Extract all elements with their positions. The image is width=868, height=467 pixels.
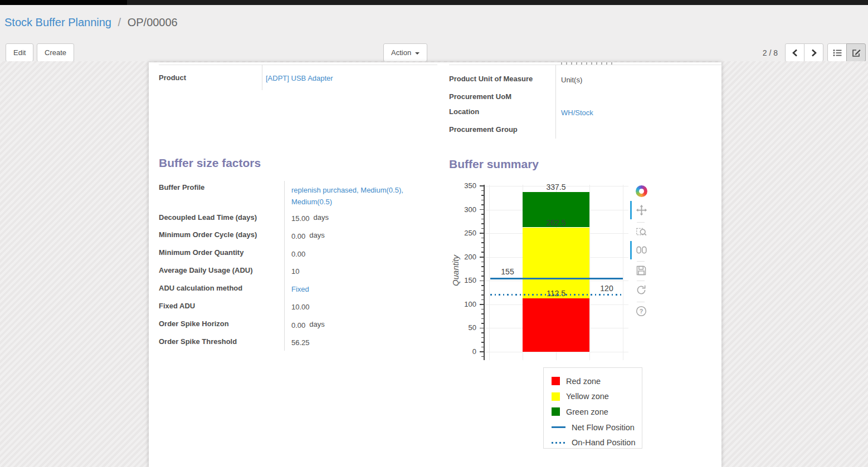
- y-tick-label: 350: [450, 181, 476, 190]
- save-icon: [636, 265, 647, 276]
- y-minor-tick: [481, 219, 484, 220]
- legend-item-on-hand-position[interactable]: On-Hand Position: [552, 435, 642, 450]
- y-axis-title: Quantity: [451, 255, 460, 286]
- list-view-button[interactable]: [827, 43, 847, 62]
- y-major-tick: [480, 185, 484, 186]
- pan-icon: [636, 204, 647, 216]
- y-major-tick: [480, 328, 484, 329]
- y-minor-tick: [481, 294, 484, 296]
- line-label: 155: [495, 267, 520, 276]
- y-minor-tick: [481, 266, 484, 267]
- y-major-tick: [480, 304, 484, 305]
- y-minor-tick: [481, 214, 484, 215]
- compare-hover-icon: [636, 244, 647, 256]
- y-minor-tick: [481, 190, 484, 191]
- pager-previous-button[interactable]: [785, 43, 804, 62]
- zone-red-zone: [523, 298, 589, 352]
- box-zoom-button[interactable]: [635, 225, 648, 238]
- y-tick-label: 250: [450, 229, 476, 237]
- breadcrumb-parent-link[interactable]: Stock Buffer Planning: [4, 16, 111, 28]
- y-minor-tick: [481, 290, 484, 291]
- edit-button[interactable]: Edit: [6, 43, 33, 62]
- y-minor-tick: [481, 276, 484, 277]
- chevron-left-icon: [792, 49, 798, 57]
- reset-axes-button[interactable]: [635, 283, 648, 297]
- legend-label: On-Hand Position: [572, 438, 635, 447]
- y-minor-tick: [481, 299, 484, 301]
- y-minor-tick: [481, 204, 484, 205]
- y-minor-tick: [481, 332, 484, 333]
- chart-legend: Red zoneYellow zoneGreen zoneNet Flow Po…: [543, 367, 642, 449]
- chevron-right-icon: [811, 49, 817, 57]
- pan-button[interactable]: [635, 203, 648, 217]
- y-axis-line: [484, 185, 485, 360]
- modebar-separator: [637, 261, 645, 262]
- y-minor-tick: [481, 347, 484, 348]
- line-label: 120: [594, 284, 619, 293]
- grid-line-vertical: [589, 185, 590, 360]
- compare-hover-button[interactable]: [635, 243, 648, 257]
- zone-top-label: 262.5: [523, 218, 589, 227]
- y-minor-tick: [481, 247, 484, 248]
- zone-top-label: 337.5: [523, 183, 589, 191]
- list-icon: [833, 49, 842, 57]
- y-minor-tick: [481, 262, 484, 263]
- form-view-button[interactable]: [846, 43, 866, 62]
- y-minor-tick: [481, 195, 484, 196]
- create-button[interactable]: Create: [37, 43, 74, 62]
- y-tick-label: 300: [450, 205, 476, 214]
- y-tick-label: 50: [450, 323, 476, 332]
- zone-top-label: 112.5: [523, 289, 589, 298]
- y-minor-tick: [481, 223, 484, 224]
- action-label: Action: [391, 48, 411, 57]
- zone-yellow-zone: [523, 228, 589, 299]
- y-minor-tick: [481, 238, 484, 239]
- y-minor-tick: [481, 342, 484, 343]
- control-panel: Stock Buffer Planning / OP/00006 Edit Cr…: [0, 5, 868, 62]
- box-zoom-icon: [636, 226, 647, 238]
- save-button[interactable]: [635, 264, 648, 277]
- pager-counter: 2 / 8: [753, 48, 778, 57]
- legend-label: Green zone: [566, 407, 608, 416]
- y-minor-tick: [481, 323, 484, 324]
- pager-nav: [785, 43, 823, 62]
- legend-item-green-zone[interactable]: Green zone: [552, 404, 642, 420]
- breadcrumb: Stock Buffer Planning / OP/00006: [4, 16, 178, 29]
- help-button[interactable]: ?: [635, 304, 648, 318]
- view-switcher: [827, 43, 866, 62]
- legend-swatch-line: [552, 426, 565, 428]
- top-nav-strip: [0, 0, 868, 5]
- y-minor-tick: [481, 309, 484, 310]
- line-on-hand-position: [490, 294, 623, 296]
- y-minor-tick: [481, 337, 484, 338]
- modebar-separator: [637, 222, 645, 223]
- y-major-tick: [480, 257, 484, 258]
- reset-axes-icon: [636, 284, 647, 296]
- grid-line-vertical: [489, 185, 490, 360]
- y-minor-tick: [481, 271, 484, 272]
- y-minor-tick: [481, 252, 484, 253]
- y-minor-tick: [481, 200, 484, 201]
- y-tick-label: 0: [450, 347, 476, 356]
- legend-swatch-square: [552, 392, 560, 401]
- modebar-separator: [637, 281, 645, 281]
- legend-item-net-flow-position[interactable]: Net Flow Position: [552, 420, 642, 435]
- legend-item-yellow-zone[interactable]: Yellow zone: [552, 389, 642, 405]
- edit-form-icon: [852, 48, 861, 57]
- legend-item-red-zone[interactable]: Red zone: [552, 373, 642, 389]
- svg-text:?: ?: [640, 308, 643, 314]
- legend-label: Yellow zone: [566, 392, 609, 401]
- breadcrumb-current: OP/00006: [128, 16, 178, 28]
- pager-next-button[interactable]: [804, 43, 823, 62]
- top-nav-strip-left: [0, 0, 127, 5]
- plotly-logo-button[interactable]: [635, 184, 648, 198]
- y-minor-tick: [481, 242, 484, 243]
- y-major-tick: [480, 281, 484, 282]
- grid-line-horizontal: [484, 352, 628, 352]
- y-tick-label: 100: [450, 300, 476, 308]
- action-dropdown-button[interactable]: Action: [383, 43, 427, 62]
- y-minor-tick: [481, 228, 484, 229]
- modebar-active-indicator: [630, 241, 632, 259]
- help-icon: ?: [636, 306, 647, 317]
- line-net-flow-position: [490, 278, 623, 279]
